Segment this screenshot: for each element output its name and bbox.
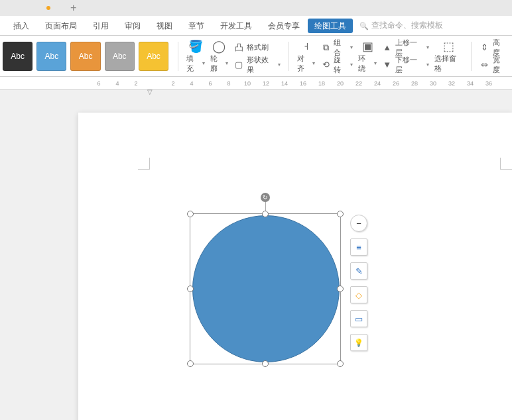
watermark: Baidu 經驗 jingyan.baidu.com [441, 383, 500, 415]
resize-handle-bl[interactable] [187, 360, 194, 367]
shape-style-yellow[interactable]: Abc [139, 42, 168, 71]
float-shape-button[interactable]: ▭ [350, 310, 367, 327]
selection-rectangle[interactable]: ↻ [190, 213, 341, 364]
float-collapse-button[interactable]: − [350, 215, 367, 232]
menu-drawing-tools[interactable]: 绘图工具 [308, 19, 353, 33]
new-tab-button[interactable]: + [70, 2, 76, 14]
search-icon [359, 21, 369, 30]
menu-review[interactable]: 审阅 [117, 16, 149, 36]
float-tips-button[interactable]: 💡 [350, 334, 367, 351]
separator [471, 42, 472, 71]
unsaved-dot-icon [46, 6, 50, 10]
resize-handle-mr[interactable] [337, 286, 344, 292]
menu-insert[interactable]: 插入 [5, 16, 37, 36]
horizontal-ruler[interactable]: 64224681012141618202224262830323436 [0, 77, 512, 90]
shape-style-gray[interactable]: Abc [105, 42, 135, 71]
document-page[interactable]: ↻ − ≡ ✎ ◇ ▭ 💡 [78, 113, 512, 420]
margin-corner-tr [500, 158, 512, 170]
format-painter-button[interactable]: 凸 格式刷 [233, 41, 281, 54]
bring-forward-button[interactable]: ▲ 上移一层▾ [382, 41, 429, 54]
bring-forward-icon: ▲ [382, 42, 393, 52]
separator [178, 42, 178, 71]
separator [288, 42, 289, 71]
resize-handle-br[interactable] [337, 360, 344, 367]
resize-handle-ml[interactable] [187, 286, 194, 292]
rotate-icon: ⟲ [320, 60, 331, 70]
tab-bar: + [0, 0, 512, 16]
search-box[interactable]: 查找命令、搜索模板 [359, 20, 443, 31]
height-icon: ⇕ [480, 42, 490, 52]
float-layout-button[interactable]: ≡ [350, 238, 367, 256]
wrap-button[interactable]: ▣ 环绕▾ [355, 39, 379, 74]
send-backward-icon: ▼ [382, 60, 393, 70]
menu-dev-tools[interactable]: 开发工具 [212, 16, 260, 36]
selection-pane-icon: ⬚ [443, 39, 454, 54]
height-field[interactable]: ⇕ 高度 [480, 41, 507, 54]
align-button[interactable]: ⫞ 对齐▾ [294, 39, 318, 74]
group-icon: ⧉ [320, 42, 331, 53]
group-button[interactable]: ⧉ 组合▾ [320, 41, 353, 54]
float-outline-button[interactable]: ◇ [350, 286, 367, 303]
fill-icon: 🪣 [188, 39, 203, 54]
margin-corner-tl [138, 158, 150, 170]
menu-view[interactable]: 视图 [149, 16, 180, 36]
shape-effects-icon: ▢ [233, 60, 244, 70]
shape-float-toolbar: − ≡ ✎ ◇ ▭ 💡 [350, 215, 369, 351]
rotation-handle[interactable]: ↻ [261, 193, 270, 202]
float-edit-button[interactable]: ✎ [350, 262, 367, 280]
wrap-icon: ▣ [362, 39, 373, 54]
shape-effects-button[interactable]: ▢ 形状效果▾ [233, 58, 281, 72]
outline-icon: ◯ [212, 39, 225, 54]
format-painter-icon: 凸 [233, 42, 244, 54]
resize-handle-tl[interactable] [187, 211, 194, 217]
width-icon: ⇔ [480, 60, 490, 70]
resize-handle-tc[interactable] [262, 211, 269, 217]
menu-page-layout[interactable]: 页面布局 [37, 16, 85, 36]
align-icon: ⫞ [303, 39, 309, 54]
menu-reference[interactable]: 引用 [85, 16, 117, 36]
resize-handle-tr[interactable] [337, 211, 344, 217]
selection-pane-button[interactable]: ⬚ 选择窗格 [432, 39, 466, 74]
rotate-button[interactable]: ⟲ 旋转▾ [320, 58, 353, 72]
resize-handle-bc[interactable] [262, 360, 269, 367]
shape-style-blue[interactable]: Abc [36, 42, 66, 71]
menu-bar: 插入 页面布局 引用 审阅 视图 章节 开发工具 会员专享 绘图工具 查找命令、… [0, 16, 512, 36]
menu-chapter[interactable]: 章节 [180, 16, 212, 36]
tab-marker-icon[interactable]: ▽ [147, 88, 154, 93]
menu-vip[interactable]: 会员专享 [260, 16, 308, 36]
width-field[interactable]: ⇔ 宽度 [480, 58, 507, 72]
ribbon-toolbar: Abc Abc Abc Abc Abc 🪣 填充▾ ◯ 轮廓▾ 凸 格式刷 ▢ … [0, 36, 512, 77]
search-placeholder: 查找命令、搜索模板 [371, 20, 443, 31]
send-backward-button[interactable]: ▼ 下移一层▾ [382, 58, 429, 72]
fill-button[interactable]: 🪣 填充▾ [184, 39, 208, 74]
outline-button[interactable]: ◯ 轮廓▾ [208, 39, 231, 74]
shape-style-dark[interactable]: Abc [3, 42, 32, 71]
workspace[interactable]: ▽ ↻ − ≡ ✎ ◇ ▭ 💡 [0, 90, 512, 420]
shape-style-orange[interactable]: Abc [70, 42, 100, 71]
